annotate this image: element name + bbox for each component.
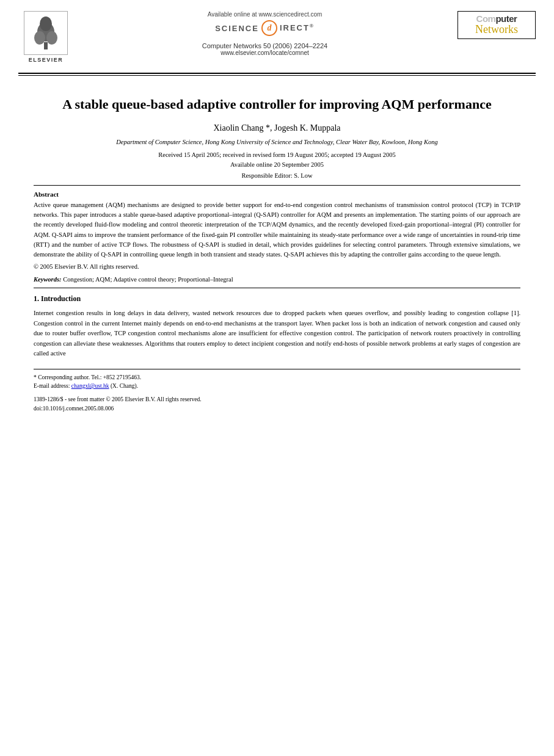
svg-point-2 <box>34 31 45 45</box>
footnote-email-label: E-mail address: <box>34 383 71 389</box>
cn-networks: Networks <box>475 23 518 36</box>
footnote-doi: doi:10.1016/j.comnet.2005.08.006 <box>34 404 520 413</box>
responsible-editor: Responsible Editor: S. Low <box>34 172 520 179</box>
elsevier-tree-icon <box>27 15 64 51</box>
svg-point-4 <box>40 16 52 31</box>
footnote-email-link[interactable]: changxl@ust.hk <box>71 383 109 389</box>
footnote-email: E-mail address: changxl@ust.hk (X. Chang… <box>34 382 520 390</box>
header-top: ELSEVIER Available online at www.science… <box>18 11 536 63</box>
main-content: A stable queue-based adaptive controller… <box>0 76 554 419</box>
footnote-star: * Corresponding author. Tel.: +852 27195… <box>34 373 520 382</box>
svg-rect-0 <box>44 42 48 49</box>
abstract-title: Abstract <box>34 191 520 198</box>
cn-logo-box: Computer Networks <box>457 11 536 39</box>
intro-text: Internet congestion results in long dela… <box>34 308 520 358</box>
elsevier-logo-box <box>24 11 68 55</box>
abstract-rule-top <box>34 185 520 186</box>
intro-section: 1. Introduction Internet congestion resu… <box>34 294 520 358</box>
computer-networks-logo: Computer Networks <box>456 11 536 39</box>
abstract-text: Active queue management (AQM) mechanisms… <box>34 200 520 260</box>
keywords-text: Congestion; AQM; Adaptive control theory… <box>63 276 233 283</box>
journal-info: Computer Networks 50 (2006) 2204–2224 <box>202 42 327 49</box>
footnote-email-suffix: (X. Chang). <box>109 383 139 389</box>
received-dates: Received 15 April 2005; received in revi… <box>34 150 520 170</box>
issn-text: 1389-1286/$ - see front matter © 2005 El… <box>34 396 202 402</box>
intro-rule-top <box>34 288 520 288</box>
page: ELSEVIER Available online at www.science… <box>0 0 554 756</box>
cn-title: Computer <box>476 14 517 23</box>
header-rule-thick <box>18 73 536 74</box>
intro-heading: 1. Introduction <box>34 294 520 303</box>
doi-text: doi:10.1016/j.comnet.2005.08.006 <box>34 405 114 412</box>
header: ELSEVIER Available online at www.science… <box>0 0 554 69</box>
footnote-star-text: * Corresponding author. Tel.: +852 27195… <box>34 374 141 380</box>
journal-url: www.elsevier.com/locate/comnet <box>221 49 309 56</box>
available-online-text: Available online at www.sciencedirect.co… <box>208 11 323 18</box>
elsevier-label: ELSEVIER <box>29 57 64 63</box>
keywords: Keywords: Congestion; AQM; Adaptive cont… <box>34 276 520 283</box>
paper-title: A stable queue-based adaptive controller… <box>34 95 520 114</box>
authors: Xiaolin Chang *, Jogesh K. Muppala <box>34 123 520 133</box>
svg-point-3 <box>46 31 57 45</box>
direct-text: IRECT® <box>280 23 315 32</box>
footnote-issn: 1389-1286/$ - see front matter © 2005 El… <box>34 395 520 404</box>
keywords-label: Keywords: <box>34 276 62 283</box>
footnote-area: * Corresponding author. Tel.: +852 27195… <box>34 369 520 413</box>
at-symbol: d <box>261 20 277 36</box>
elsevier-logo: ELSEVIER <box>18 11 73 63</box>
abstract-section: Abstract Active queue management (AQM) m… <box>34 191 520 271</box>
affiliation: Department of Computer Science, Hong Kon… <box>34 138 520 147</box>
copyright-text: © 2005 Elsevier B.V. All rights reserved… <box>34 263 520 270</box>
science-text: SCIENCE <box>215 24 259 33</box>
header-center: Available online at www.sciencedirect.co… <box>73 11 456 56</box>
sciencedirect-logo: SCIENCE d IRECT® <box>215 20 315 36</box>
